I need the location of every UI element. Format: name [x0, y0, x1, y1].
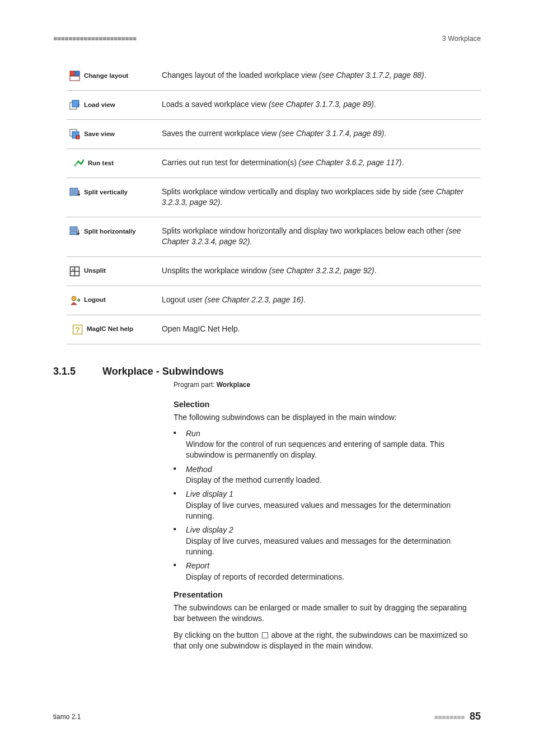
row-label: Split vertically	[84, 188, 128, 197]
table-row: Unsplit Unsplits the workplace window (s…	[67, 256, 481, 286]
load-view-icon	[69, 100, 80, 110]
list-item: Live display 1 Display of live curves, m…	[174, 489, 479, 521]
section-title: Workplace - Subwindows	[102, 366, 224, 377]
row-description: Logout user (see Chapter 2.2.3, page 16)…	[162, 286, 481, 315]
split-vertically-icon	[69, 187, 80, 198]
presentation-p2: By clicking on the button above at the r…	[174, 630, 479, 652]
table-row: Logout Logout user (see Chapter 2.2.3, p…	[67, 286, 481, 315]
split-horizontally-icon	[69, 226, 80, 237]
row-label: Split horizontally	[84, 227, 136, 236]
row-description: Splits workplace window vertically and d…	[162, 178, 481, 217]
presentation-p1: The subwindows can be enlarged or made s…	[174, 603, 479, 624]
row-label: Change layout	[84, 72, 128, 81]
row-label: Save view	[84, 130, 115, 139]
section-heading: 3.1.5 Workplace - Subwindows Program par…	[53, 366, 481, 389]
row-description: Saves the current workplace view (see Ch…	[162, 120, 481, 149]
maximize-icon	[262, 632, 268, 638]
row-label: Load view	[84, 101, 115, 110]
selection-list: Run Window for the control of run sequen…	[174, 428, 479, 582]
list-item: Report Display of reports of recorded de…	[174, 561, 479, 582]
table-row: Split horizontally Splits workplace wind…	[67, 217, 481, 256]
header-chapter: 3 Workplace	[442, 35, 481, 43]
toolbar-reference-table: Change layout Changes layout of the load…	[67, 71, 481, 344]
list-item: Run Window for the control of run sequen…	[174, 428, 479, 461]
logout-icon	[69, 295, 80, 306]
table-row: Run test Carries out run test for determ…	[67, 149, 481, 178]
unsplit-icon	[69, 266, 80, 277]
page-footer: tiamo 2.1 ■■■■■■■■ 85	[53, 711, 481, 722]
list-item: Live display 2 Display of live curves, m…	[174, 525, 479, 557]
section-number: 3.1.5	[53, 366, 76, 377]
help-icon	[72, 324, 83, 335]
table-row: Change layout Changes layout of the load…	[67, 71, 481, 91]
table-row: MagIC Net help Open MagIC Net Help.	[67, 315, 481, 344]
run-test-icon	[73, 158, 84, 169]
list-item: Method Display of the method currently l…	[174, 464, 479, 486]
row-description: Changes layout of the loaded workplace v…	[162, 71, 481, 91]
row-description: Carries out run test for determination(s…	[162, 149, 481, 178]
row-label: Run test	[88, 159, 114, 168]
selection-intro: The following subwindows can be displaye…	[174, 412, 479, 423]
selection-heading: Selection	[174, 400, 479, 409]
row-description: Unsplits the workplace window (see Chapt…	[162, 256, 481, 286]
row-label: Unsplit	[84, 267, 106, 276]
table-row: Load view Loads a saved workplace view (…	[67, 91, 481, 120]
header-ornament: ■■■■■■■■■■■■■■■■■■■■■■	[53, 35, 136, 43]
footer-product: tiamo 2.1	[53, 713, 81, 721]
save-view-icon	[69, 129, 80, 139]
section-meta: Program part: Workplace	[174, 381, 481, 389]
row-label: Logout	[84, 296, 106, 305]
row-description: Loads a saved workplace view (see Chapte…	[162, 91, 481, 120]
page-header: ■■■■■■■■■■■■■■■■■■■■■■ 3 Workplace	[53, 35, 481, 43]
footer-ornament: ■■■■■■■■	[434, 713, 465, 721]
row-description: Splits workplace window horizontally and…	[162, 217, 481, 256]
change-layout-icon	[69, 71, 80, 81]
table-row: Save view Saves the current workplace vi…	[67, 120, 481, 149]
presentation-heading: Presentation	[174, 590, 479, 599]
row-description: Open MagIC Net Help.	[162, 315, 481, 344]
table-row: Split vertically Splits workplace window…	[67, 178, 481, 217]
footer-page-number: 85	[470, 711, 481, 722]
row-label: MagIC Net help	[87, 325, 133, 334]
